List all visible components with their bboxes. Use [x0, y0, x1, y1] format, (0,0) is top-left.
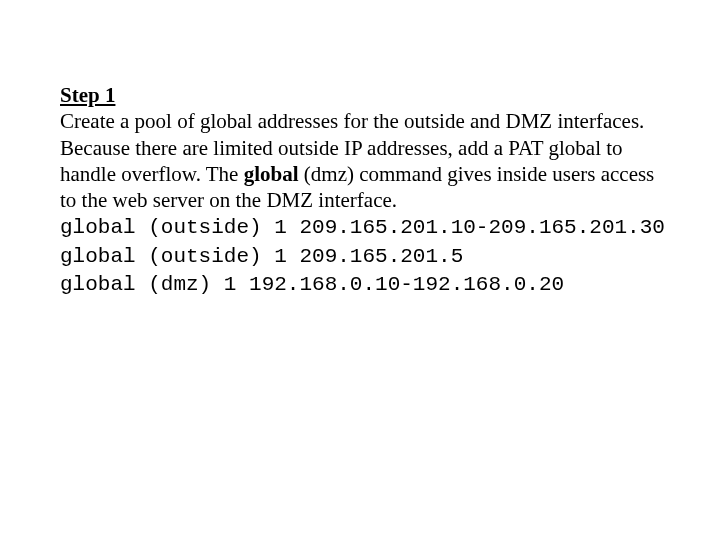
code-line-1: global (outside) 1 209.165.201.10-209.16…	[60, 216, 665, 239]
step-description: Create a pool of global addresses for th…	[60, 109, 654, 212]
step-block: Step 1 Create a pool of global addresses…	[60, 82, 656, 298]
step-heading: Step 1	[60, 83, 115, 107]
global-keyword: global	[244, 162, 299, 186]
document-page: Step 1 Create a pool of global addresses…	[0, 0, 716, 298]
code-line-2: global (outside) 1 209.165.201.5	[60, 245, 463, 268]
code-line-3: global (dmz) 1 192.168.0.10-192.168.0.20	[60, 273, 564, 296]
